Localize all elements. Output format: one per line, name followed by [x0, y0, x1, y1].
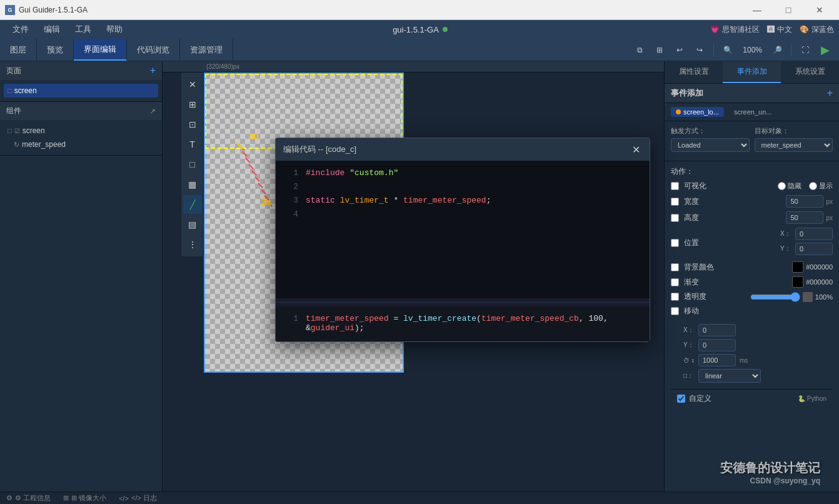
position-x-input[interactable]	[795, 228, 833, 240]
menu-file[interactable]: 文件	[5, 21, 36, 38]
tool-resize[interactable]: ⊡	[183, 115, 202, 134]
theme-switch[interactable]: 🎨 深蓝色	[800, 24, 834, 35]
y-label: Y：	[780, 244, 793, 253]
tool-more[interactable]: ⋮	[183, 235, 202, 254]
menubar-right: 💗 思智浦社区 🅰 中文 🎨 深蓝色	[710, 24, 834, 35]
svg-line-9	[261, 189, 266, 194]
tool-pen[interactable]: ╱	[183, 195, 202, 214]
event-tab-screen-load[interactable]: screen_lo...	[671, 107, 724, 117]
app-title: gui-1.5.1-GA	[393, 25, 448, 34]
custom-define-checkbox[interactable]	[677, 395, 685, 403]
visualize-checkbox[interactable]	[671, 182, 679, 190]
action-gradient-row: 渐变 #000000	[671, 276, 833, 288]
zoom-out-btn[interactable]: 🔍	[719, 41, 736, 59]
position-checkbox[interactable]	[671, 239, 679, 247]
width-input[interactable]	[786, 195, 823, 208]
bg-color-checkbox[interactable]	[671, 263, 679, 271]
opacity-checkbox[interactable]	[671, 293, 679, 301]
move-checkbox[interactable]	[671, 307, 679, 315]
easing-select[interactable]: linear	[698, 369, 761, 383]
width-checkbox[interactable]	[671, 198, 679, 206]
gradient-checkbox[interactable]	[671, 278, 679, 286]
run-btn[interactable]: ▶	[816, 41, 834, 59]
move-duration-input[interactable]	[698, 354, 736, 366]
show-label: 显示	[819, 181, 833, 191]
gradient-swatch[interactable]	[792, 276, 803, 288]
community-link[interactable]: 💗 思智浦社区	[710, 24, 760, 35]
component-screen[interactable]: □ ☑ screen	[4, 124, 158, 138]
meter-icon: ↻	[14, 141, 19, 149]
tool-image[interactable]: ▤	[183, 215, 202, 234]
minimize-button[interactable]: —	[743, 0, 771, 20]
expand-icon: □	[8, 127, 12, 134]
tab-layers[interactable]: 图层	[0, 39, 37, 61]
line-num-3: 3	[283, 196, 298, 208]
log-btn[interactable]: </> </> 日志	[119, 493, 157, 503]
event-tab-screen-unload-label: screen_un...	[734, 108, 772, 116]
export-icon[interactable]: ↗	[149, 107, 156, 116]
visualize-options: 隐藏 显示	[778, 181, 833, 191]
trigger-select[interactable]: Loaded	[671, 138, 750, 152]
maximize-button[interactable]: □	[774, 0, 803, 20]
add-page-btn[interactable]: +	[150, 65, 156, 76]
opacity-slider[interactable]	[750, 292, 800, 302]
tab-editor[interactable]: 界面编辑	[74, 39, 127, 61]
tab-properties[interactable]: 属性设置	[665, 61, 723, 83]
tab-preview[interactable]: 预览	[37, 39, 74, 61]
paste-btn[interactable]: ⊞	[651, 41, 668, 59]
move-y-input[interactable]	[698, 339, 736, 351]
project-info-btn[interactable]: ⚙ ⚙ 工程信息	[6, 493, 51, 503]
pages-label: 页面	[6, 66, 21, 76]
zoom-in-btn[interactable]: 🔎	[768, 41, 786, 59]
components-label: 组件	[6, 106, 21, 116]
tool-grid[interactable]: ▦	[183, 175, 202, 194]
close-button[interactable]: ✕	[805, 0, 834, 20]
hide-option[interactable]: 隐藏	[778, 181, 801, 191]
page-screen-item[interactable]: □ screen	[4, 84, 158, 98]
event-dot-active	[676, 109, 681, 114]
component-meter-speed[interactable]: ↻ meter_speed	[4, 138, 158, 151]
redo-btn[interactable]: ↪	[691, 41, 708, 59]
code-section-1: 1 #include "custom.h" 2 3 static lv_time…	[276, 161, 650, 298]
menu-help[interactable]: 帮助	[99, 21, 130, 38]
image-size-btn[interactable]: ⊞ ⊞ 镜像大小	[63, 493, 106, 503]
tab-code[interactable]: 代码浏览	[127, 39, 180, 61]
position-y-input[interactable]	[795, 243, 833, 255]
panel-title: 事件添加	[671, 88, 703, 99]
duration-unit: ms	[740, 357, 748, 364]
tab-events[interactable]: 事件添加	[723, 61, 781, 83]
tool-copy[interactable]: ⊞	[183, 95, 202, 114]
event-tab-screen-unload[interactable]: screen_un...	[729, 107, 777, 117]
component-screen-label: screen	[23, 126, 45, 135]
code-line-4: 4	[283, 209, 642, 222]
app-title-text: gui-1.5.1-GA	[393, 25, 439, 34]
menu-tools[interactable]: 工具	[68, 21, 99, 38]
dialog-close-btn[interactable]: ✕	[630, 143, 642, 156]
gradient-value: #000000	[806, 278, 833, 286]
undo-btn[interactable]: ↩	[671, 41, 688, 59]
height-checkbox[interactable]	[671, 214, 679, 222]
right-panel-header: 事件添加 +	[665, 84, 839, 103]
tool-rect[interactable]: □	[183, 155, 202, 174]
show-option[interactable]: 显示	[809, 181, 833, 191]
code-line-s2-1: 1 timer_meter_speed = lv_timer_create(ti…	[283, 314, 642, 333]
copy-btn[interactable]: ⧉	[631, 41, 648, 59]
height-input[interactable]	[786, 211, 823, 224]
add-event-btn[interactable]: +	[827, 88, 833, 99]
action-title: 动作：	[671, 166, 833, 177]
tab-system[interactable]: 系统设置	[781, 61, 839, 83]
position-inputs: X： Y：	[780, 228, 833, 258]
tool-select[interactable]: ✕	[183, 75, 202, 94]
move-x-input[interactable]	[698, 324, 736, 336]
language-switch[interactable]: 🅰 中文	[767, 24, 792, 35]
hide-label: 隐藏	[788, 181, 801, 191]
duration-icon: ⏱：	[683, 357, 696, 364]
fullscreen-btn[interactable]: ⛶	[796, 41, 814, 59]
target-select[interactable]: meter_speed	[755, 138, 833, 152]
bg-color-swatch[interactable]	[792, 261, 803, 273]
tab-resources[interactable]: 资源管理	[180, 39, 233, 61]
width-unit: px	[826, 198, 833, 205]
code-line-3: 3 static lv_timer_t * timer_meter_speed;	[283, 196, 642, 208]
tool-text[interactable]: T	[183, 135, 202, 154]
menu-edit[interactable]: 编辑	[36, 21, 68, 38]
